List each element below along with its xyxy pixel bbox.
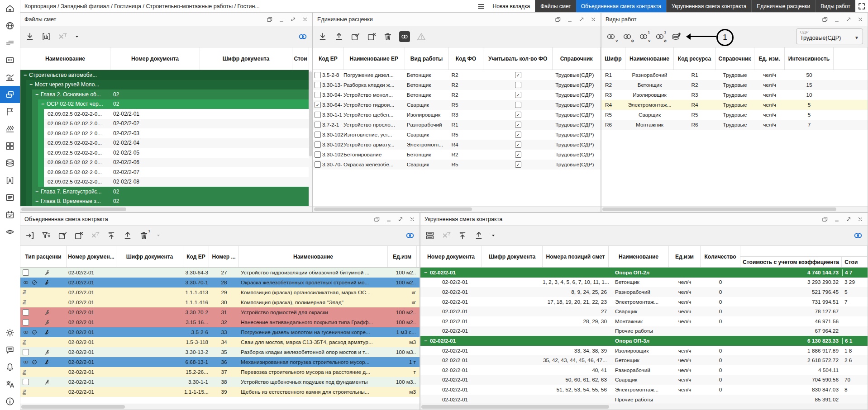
column-header[interactable]: Интенсивность xyxy=(785,47,834,70)
collapse-button[interactable] xyxy=(106,231,116,240)
sidebar-item-database[interactable] xyxy=(0,155,20,172)
column-header[interactable]: Ед.изм xyxy=(388,246,417,267)
tab-объединенная[interactable]: Объединенная смета контракта xyxy=(576,0,666,12)
tree-row[interactable]: 02-02/2-0602.09.02.5 02-02-2-0... xyxy=(20,158,312,168)
tree-row[interactable]: 02-02/2-0302.09.02.5 02-02-2-0... xyxy=(20,128,312,138)
aggregated-row[interactable]: 02-02/2-0151, 52, 53, 54, 55, 56Электром… xyxy=(420,385,868,395)
window-close-button[interactable] xyxy=(302,16,308,23)
tab-единичные[interactable]: Единичные расценки xyxy=(751,0,815,12)
qty-checkbox[interactable]: ✓ xyxy=(515,122,521,128)
aggregated-row[interactable]: 02-02/2-0133, 34, 38, 39Изолировщикчел/ч… xyxy=(420,346,868,356)
tree-row[interactable]: 02-02/2-0802.09.02.5 02-02-2-0... xyxy=(20,177,312,187)
combined-row[interactable]: 02-02/2-013.30-70-128Окраска железобетон… xyxy=(20,278,420,287)
column-header[interactable]: Номер ... xyxy=(209,246,239,267)
sidebar-item-list[interactable] xyxy=(0,189,20,206)
row-checkbox[interactable] xyxy=(315,112,321,118)
combined-row[interactable]: Ƶ02-02/2-011.1-1-15...39Щебень из естест… xyxy=(20,387,420,397)
window-restore-button[interactable] xyxy=(267,16,273,23)
window-restore-button[interactable] xyxy=(555,16,561,23)
aggregated-row[interactable]: 02-02/2-0150, 60, 61, 62, 63Сварщикчел/ч… xyxy=(420,375,868,385)
check-items-button[interactable] xyxy=(350,32,360,42)
row-checkbox[interactable] xyxy=(23,309,29,316)
column-header[interactable]: Номер документа xyxy=(110,47,200,70)
download-button[interactable] xyxy=(318,32,328,42)
fullscreen-button[interactable] xyxy=(855,0,868,12)
horizontal-scrollbar[interactable] xyxy=(313,206,601,212)
tabs-menu-button[interactable] xyxy=(474,0,488,12)
download-button[interactable] xyxy=(25,32,35,42)
column-header[interactable]: Ед.изм xyxy=(669,246,701,267)
sidebar-item-translate[interactable] xyxy=(0,376,20,393)
tree-row[interactable]: 02−Глава 2. Основные об... xyxy=(20,90,312,99)
unit-rate-row[interactable]: 3.30-102БетонированиеБетонщикR2✓Трудовые… xyxy=(313,150,601,160)
column-header[interactable]: Шифр xyxy=(601,47,625,70)
sidebar-item-windows[interactable] xyxy=(0,86,20,103)
column-header[interactable]: Шифр документа xyxy=(482,246,543,267)
dropdown-caret-button[interactable] xyxy=(490,232,496,239)
sidebar-item-card[interactable] xyxy=(0,52,20,69)
column-header[interactable]: Стои xyxy=(842,257,867,267)
reference-dropdown[interactable]: СДР Трудовые(СДР)▼ xyxy=(796,28,863,44)
goto-button[interactable] xyxy=(25,231,35,240)
column-header[interactable]: Шифр документа xyxy=(200,47,292,70)
qty-checkbox[interactable]: ✓ xyxy=(515,151,521,158)
column-header[interactable]: Наименование xyxy=(239,246,388,267)
links-count-button[interactable] xyxy=(298,32,308,42)
row-checkbox[interactable] xyxy=(23,349,29,355)
unit-rate-row[interactable]: 3.30-102Устройство армату...Электромонт.… xyxy=(313,140,601,150)
sidebar-item-globe[interactable] xyxy=(0,17,20,34)
combined-row[interactable]: Ƶ02-02/2-011.1-1-41630Композиция (краска… xyxy=(20,297,420,307)
aggregated-row[interactable]: 02-02/2-0117, 18, 19, 20, 21, 22, 23Элек… xyxy=(420,297,868,307)
sidebar-item-flag[interactable] xyxy=(0,103,20,120)
window-maximize-button[interactable] xyxy=(845,216,852,222)
row-checkbox[interactable] xyxy=(23,319,29,325)
tree-row[interactable]: 02-02/2-0702.09.02.5 02-02-2-0... xyxy=(20,167,312,177)
column-header[interactable]: Номер документа xyxy=(420,246,482,267)
column-header[interactable]: Номера позиций смет xyxy=(543,246,609,267)
sidebar-item-chat[interactable] xyxy=(0,341,20,358)
row-checkbox[interactable] xyxy=(23,269,29,276)
column-header[interactable]: Справочник xyxy=(715,47,754,70)
column-header[interactable] xyxy=(834,47,868,70)
unit-rate-row[interactable]: 3.5-2-8Погружение дизел...БетонщикR2✓Тру… xyxy=(313,70,601,80)
window-maximize-button[interactable] xyxy=(578,16,585,23)
window-minimize-button[interactable] xyxy=(567,16,573,23)
row-checkbox[interactable] xyxy=(315,151,321,158)
combined-row[interactable]: Ƶ02-02/2-011.1-1-41329Композиция (краска… xyxy=(20,287,420,297)
window-close-button[interactable] xyxy=(857,16,863,23)
tree-expander[interactable]: − xyxy=(41,101,44,107)
link-check-button[interactable]: v xyxy=(606,32,616,42)
unit-rate-row[interactable]: 3.7-2-1Устройство просло...РазнорабочийR… xyxy=(313,120,601,130)
combined-row[interactable]: 02-02/2-013.30-70-231Устройство подмосте… xyxy=(20,307,420,317)
work-type-row[interactable]: R4Электромонтаж...R4Трудовыечел/ч5 xyxy=(601,100,868,110)
aggregated-row[interactable]: 02-02/2-0128, 29, 30Монтажникчел/ч046 97… xyxy=(420,316,868,326)
column-header[interactable]: Наименование ЕР xyxy=(343,47,405,70)
compare-button[interactable] xyxy=(425,231,435,240)
column-header[interactable]: Наименование xyxy=(609,246,669,267)
sidebar-item-home[interactable] xyxy=(0,0,20,17)
delete-button[interactable] xyxy=(383,32,393,42)
delete-link-button[interactable]: 1 xyxy=(139,231,149,240)
window-restore-button[interactable] xyxy=(822,16,828,23)
upload-button[interactable] xyxy=(334,32,344,42)
window-minimize-button[interactable] xyxy=(834,216,840,222)
tree-row[interactable]: 02−ОСР 02-02 Мост чер... xyxy=(20,99,312,109)
column-header[interactable]: Код ФО xyxy=(449,47,484,70)
dropdown-caret-button[interactable] xyxy=(74,33,80,40)
tree-expander[interactable]: − xyxy=(24,72,27,78)
column-header[interactable]: Тип расценки xyxy=(20,246,67,267)
column-header[interactable]: Наименование xyxy=(625,47,674,70)
combined-row[interactable]: 02-02/2-013.5-2-633Погружение дизель-мол… xyxy=(20,327,420,337)
group-expander[interactable]: − xyxy=(424,338,427,344)
window-close-button[interactable] xyxy=(590,16,596,23)
column-header[interactable]: Справочник xyxy=(553,47,601,70)
link-active-button[interactable] xyxy=(399,31,410,42)
tree-expander[interactable]: − xyxy=(35,189,38,195)
aggregated-row[interactable]: 02-02/2-0127Сварщикчел/ч078 127.67 xyxy=(420,306,868,316)
db-upload-button[interactable] xyxy=(671,32,681,42)
combined-row[interactable]: Ƶ02-02/2-0115.2-26...37Перевозка строите… xyxy=(20,367,420,377)
row-checkbox[interactable]: ✓ xyxy=(315,102,321,108)
qty-checkbox[interactable]: ✓ xyxy=(515,92,521,98)
column-header[interactable]: Вид работы xyxy=(405,47,449,70)
column-header[interactable]: Номер докумен... xyxy=(67,246,116,267)
